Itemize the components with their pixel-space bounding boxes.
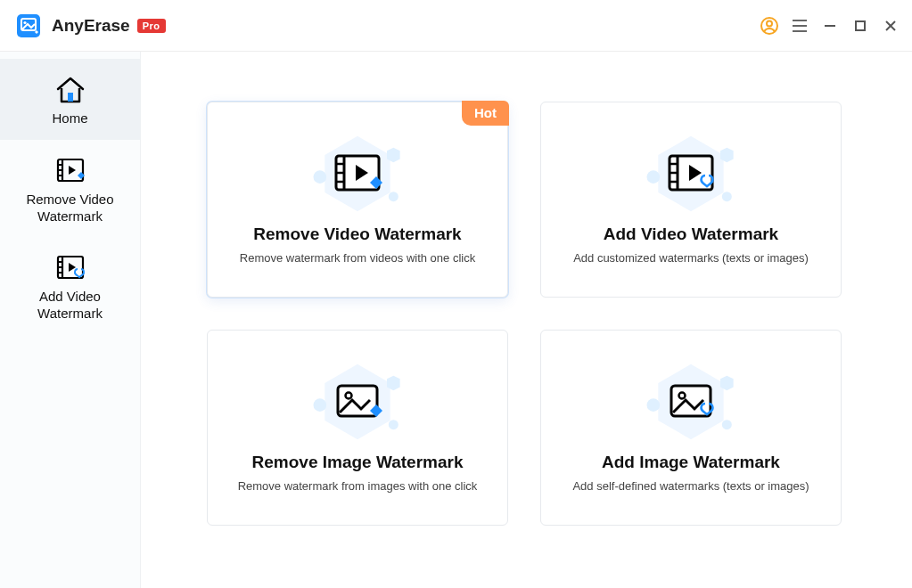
remove-image-card-icon: [308, 362, 407, 442]
svg-point-35: [722, 192, 732, 201]
svg-rect-12: [68, 93, 73, 102]
sidebar-item-add-video[interactable]: Add Video Watermark: [0, 237, 140, 335]
hot-badge: Hot: [462, 101, 509, 126]
card-remove-video-watermark[interactable]: Hot: [207, 102, 508, 298]
sidebar: Home Remove Video Watermark: [0, 52, 141, 588]
card-title: Add Image Watermark: [602, 453, 780, 472]
maximize-button[interactable]: [848, 13, 873, 38]
card-desc: Remove watermark from images with one cl…: [238, 479, 478, 493]
home-icon: [51, 75, 90, 105]
sidebar-item-remove-video[interactable]: Remove Video Watermark: [0, 140, 140, 238]
svg-point-50: [722, 420, 732, 429]
svg-point-49: [647, 398, 661, 412]
svg-point-34: [647, 170, 661, 184]
sidebar-item-label: Home: [52, 110, 87, 127]
card-title: Remove Image Watermark: [252, 453, 464, 472]
main: Home Remove Video Watermark: [0, 52, 912, 588]
svg-point-2: [23, 20, 26, 23]
remove-video-icon: [51, 156, 90, 186]
svg-point-26: [389, 192, 398, 201]
card-desc: Add self-defined watermarks (texts or im…: [572, 479, 809, 493]
add-video-card-icon: [642, 134, 740, 214]
titlebar: AnyErase Pro: [0, 0, 912, 52]
sidebar-item-label: Add Video Watermark: [37, 289, 103, 323]
remove-video-card-icon: [308, 134, 407, 214]
app-logo-icon: [14, 12, 43, 40]
close-button[interactable]: [878, 13, 903, 38]
svg-point-43: [314, 398, 327, 412]
add-image-card-icon: [642, 362, 740, 442]
pro-badge: Pro: [137, 19, 166, 33]
cards-grid: Hot: [207, 102, 873, 526]
sidebar-item-label: Remove Video Watermark: [26, 192, 113, 225]
content: Hot: [141, 52, 912, 588]
card-remove-image-watermark[interactable]: Remove Image Watermark Remove watermark …: [207, 330, 508, 526]
account-icon[interactable]: [757, 13, 782, 38]
menu-icon[interactable]: [787, 13, 812, 38]
svg-point-25: [314, 170, 327, 184]
card-add-image-watermark[interactable]: Add Image Watermark Add self-defined wat…: [540, 330, 842, 526]
card-add-video-watermark[interactable]: Add Video Watermark Add customized water…: [540, 102, 842, 298]
minimize-button[interactable]: [818, 13, 842, 38]
card-title: Add Video Watermark: [604, 225, 778, 244]
add-video-icon: [51, 253, 90, 283]
card-desc: Remove watermark from videos with one cl…: [240, 251, 475, 265]
svg-rect-9: [856, 21, 865, 30]
svg-point-4: [767, 20, 772, 26]
sidebar-item-home[interactable]: Home: [0, 59, 140, 140]
card-title: Remove Video Watermark: [253, 225, 461, 244]
app-name: AnyErase: [52, 16, 130, 36]
svg-point-44: [389, 420, 398, 429]
card-desc: Add customized watermarks (texts or imag…: [573, 251, 809, 265]
